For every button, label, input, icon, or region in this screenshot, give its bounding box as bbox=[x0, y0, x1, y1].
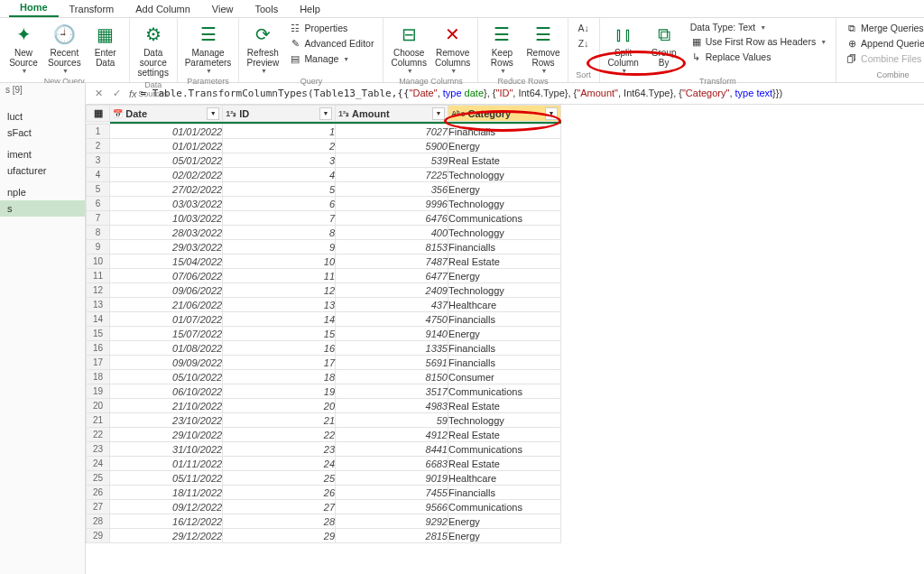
cell-category[interactable]: Technologgy bbox=[448, 226, 561, 240]
table-row[interactable]: 402/02/202247225Technologgy bbox=[87, 168, 561, 182]
data-grid[interactable]: ▦📅Date▼1²₃ID▼1²₃Amount▼AᵇcCategory▼101/0… bbox=[86, 105, 924, 574]
cell-amount[interactable]: 7487 bbox=[336, 255, 448, 269]
cell-amount[interactable]: 5900 bbox=[336, 139, 448, 153]
cell-id[interactable]: 27 bbox=[223, 500, 336, 514]
cell-id[interactable]: 4 bbox=[223, 168, 336, 182]
table-row[interactable]: 1805/10/2022188150Consumer bbox=[87, 370, 561, 384]
cell-date[interactable]: 27/02/2022 bbox=[110, 182, 223, 197]
cell-id[interactable]: 25 bbox=[223, 471, 336, 486]
recent-sources-button[interactable]: 🕘 RecentSources ▼ bbox=[44, 20, 85, 76]
tab-help[interactable]: Help bbox=[289, 1, 331, 17]
table-row[interactable]: 1015/04/2022107487Real Estate bbox=[87, 255, 561, 269]
cell-amount[interactable]: 4983 bbox=[336, 399, 448, 413]
cell-amount[interactable]: 9292 bbox=[336, 514, 448, 529]
filter-button[interactable]: ▼ bbox=[207, 107, 219, 120]
cell-id[interactable]: 14 bbox=[223, 312, 336, 327]
cell-amount[interactable]: 6476 bbox=[336, 211, 448, 226]
column-header-id[interactable]: 1²₃ID▼ bbox=[223, 106, 336, 122]
sort-asc-button[interactable]: A↓ bbox=[574, 21, 594, 35]
cell-date[interactable]: 29/03/2022 bbox=[110, 240, 223, 255]
cell-amount[interactable]: 9566 bbox=[336, 500, 448, 514]
cell-date[interactable]: 29/12/2022 bbox=[110, 529, 223, 543]
cell-date[interactable]: 23/10/2022 bbox=[110, 413, 223, 428]
cell-date[interactable]: 01/07/2022 bbox=[110, 312, 223, 327]
cell-category[interactable]: Financialls bbox=[448, 240, 561, 255]
query-item[interactable]: ufacturer bbox=[0, 162, 85, 179]
cell-category[interactable]: Real Estate bbox=[448, 399, 561, 413]
tab-transform[interactable]: Transform bbox=[59, 1, 125, 17]
table-row[interactable]: 101/01/202217027Financialls bbox=[87, 125, 561, 139]
cell-amount[interactable]: 7225 bbox=[336, 168, 448, 182]
cell-date[interactable]: 09/06/2022 bbox=[110, 283, 223, 298]
advanced-editor-button[interactable]: ✎Advanced Editor bbox=[285, 36, 377, 51]
table-row[interactable]: 828/03/20228400Technologgy bbox=[87, 226, 561, 240]
query-item[interactable]: s bbox=[0, 200, 85, 217]
cell-category[interactable]: Energy bbox=[448, 269, 561, 283]
table-row[interactable]: 2816/12/2022289292Energy bbox=[87, 514, 561, 529]
cell-date[interactable]: 05/01/2022 bbox=[110, 153, 223, 168]
group-by-button[interactable]: ⧉ GroupBy bbox=[644, 20, 684, 69]
cell-amount[interactable]: 2815 bbox=[336, 529, 448, 543]
combine-files-button[interactable]: 🗍Combine Files bbox=[842, 51, 924, 66]
table-row[interactable]: 1209/06/2022122409Technologgy bbox=[87, 283, 561, 298]
table-corner[interactable]: ▦ bbox=[87, 106, 110, 122]
cell-category[interactable]: Real Estate bbox=[448, 255, 561, 269]
split-column-button[interactable]: ⫿⫿ SplitColumn ▼ bbox=[604, 20, 643, 76]
cell-id[interactable]: 26 bbox=[223, 486, 336, 500]
cell-date[interactable]: 01/01/2022 bbox=[110, 125, 223, 139]
table-row[interactable]: 2505/11/2022259019Healthcare bbox=[87, 471, 561, 486]
cell-category[interactable]: Energy bbox=[448, 182, 561, 197]
cell-id[interactable]: 20 bbox=[223, 399, 336, 413]
cell-date[interactable]: 03/03/2022 bbox=[110, 197, 223, 211]
cell-category[interactable]: Communications bbox=[448, 500, 561, 514]
table-row[interactable]: 2929/12/2022292815Energy bbox=[87, 529, 561, 543]
cell-category[interactable]: Energy bbox=[448, 327, 561, 341]
cell-date[interactable]: 05/10/2022 bbox=[110, 370, 223, 384]
table-row[interactable]: 929/03/202298153Financialls bbox=[87, 240, 561, 255]
cell-amount[interactable]: 356 bbox=[336, 182, 448, 197]
cell-id[interactable]: 8 bbox=[223, 226, 336, 240]
table-row[interactable]: 603/03/202269996Technologgy bbox=[87, 197, 561, 211]
merge-queries-button[interactable]: ⧉Merge Queries▼ bbox=[842, 21, 924, 35]
cell-amount[interactable]: 59 bbox=[336, 413, 448, 428]
cell-category[interactable]: Technologgy bbox=[448, 197, 561, 211]
cell-date[interactable]: 15/04/2022 bbox=[110, 255, 223, 269]
cell-date[interactable]: 01/08/2022 bbox=[110, 341, 223, 356]
tab-view[interactable]: View bbox=[201, 1, 245, 17]
cell-date[interactable]: 31/10/2022 bbox=[110, 442, 223, 457]
cell-id[interactable]: 3 bbox=[223, 153, 336, 168]
cell-id[interactable]: 9 bbox=[223, 240, 336, 255]
cell-id[interactable]: 13 bbox=[223, 298, 336, 312]
cell-date[interactable]: 15/07/2022 bbox=[110, 327, 223, 341]
cell-id[interactable]: 16 bbox=[223, 341, 336, 356]
cell-date[interactable]: 21/10/2022 bbox=[110, 399, 223, 413]
cell-category[interactable]: Real Estate bbox=[448, 153, 561, 168]
cell-category[interactable]: Communications bbox=[448, 384, 561, 399]
table-row[interactable]: 1515/07/2022159140Energy bbox=[87, 327, 561, 341]
cell-category[interactable]: Energy bbox=[448, 139, 561, 153]
cell-id[interactable]: 19 bbox=[223, 384, 336, 399]
tab-home[interactable]: Home bbox=[9, 0, 59, 17]
cell-id[interactable]: 22 bbox=[223, 428, 336, 442]
cell-category[interactable]: Financialls bbox=[448, 356, 561, 370]
cell-category[interactable]: Technologgy bbox=[448, 283, 561, 298]
cell-date[interactable]: 29/10/2022 bbox=[110, 428, 223, 442]
cell-date[interactable]: 16/12/2022 bbox=[110, 514, 223, 529]
cancel-formula-button[interactable]: ✕ bbox=[89, 85, 107, 103]
cell-date[interactable]: 06/10/2022 bbox=[110, 384, 223, 399]
cell-category[interactable]: Technologgy bbox=[448, 168, 561, 182]
cell-category[interactable]: Healthcare bbox=[448, 298, 561, 312]
table-row[interactable]: 1601/08/2022161335Financialls bbox=[87, 341, 561, 356]
cell-amount[interactable]: 7455 bbox=[336, 486, 448, 500]
table-row[interactable]: 1107/06/2022116477Energy bbox=[87, 269, 561, 283]
cell-category[interactable]: Technologgy bbox=[448, 413, 561, 428]
cell-id[interactable]: 2 bbox=[223, 139, 336, 153]
cell-id[interactable]: 5 bbox=[223, 182, 336, 197]
properties-button[interactable]: ☷Properties bbox=[285, 21, 377, 35]
query-item[interactable]: iment bbox=[0, 146, 85, 162]
cell-category[interactable]: Real Estate bbox=[448, 428, 561, 442]
cell-category[interactable]: Energy bbox=[448, 529, 561, 543]
cell-id[interactable]: 29 bbox=[223, 529, 336, 543]
column-header-amount[interactable]: 1²₃Amount▼ bbox=[336, 106, 448, 122]
cell-amount[interactable]: 5691 bbox=[336, 356, 448, 370]
